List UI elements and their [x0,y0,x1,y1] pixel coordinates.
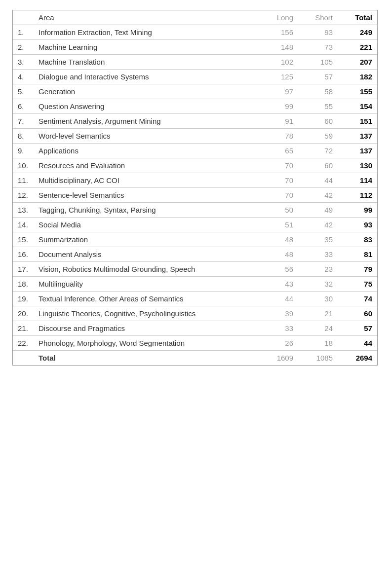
footer-long: 1609 [259,351,298,366]
footer-total: 2694 [338,351,377,366]
cell-num: 1. [13,25,34,40]
cell-num: 20. [13,306,34,321]
cell-area: Machine Translation [34,55,259,70]
cell-area: Information Extraction, Text Mining [34,25,259,40]
cell-total: 221 [338,40,377,55]
cell-short: 33 [298,247,338,262]
cell-total: 114 [338,173,377,188]
cell-long: 125 [259,70,298,84]
header-short: Short [298,10,338,25]
table-row: 13.Tagging, Chunking, Syntax, Parsing504… [13,203,377,218]
table-row: 20.Linguistic Theories, Cognitive, Psych… [13,306,377,321]
cell-long: 148 [259,40,298,55]
cell-total: 155 [338,84,377,99]
cell-num: 13. [13,203,34,218]
table-row: 16.Document Analysis483381 [13,247,377,262]
cell-short: 42 [298,218,338,232]
table-row: 11.Multidisciplinary, AC COI7044114 [13,173,377,188]
cell-short: 59 [298,129,338,144]
cell-short: 60 [298,158,338,173]
cell-num: 3. [13,55,34,70]
cell-num: 18. [13,277,34,292]
cell-total: 93 [338,218,377,232]
cell-area: Question Answering [34,99,259,114]
table-row: 2.Machine Learning14873221 [13,40,377,55]
cell-long: 70 [259,158,298,173]
cell-total: 60 [338,306,377,321]
cell-total: 83 [338,232,377,247]
table-row: 8.Word-level Semantics7859137 [13,129,377,144]
cell-long: 70 [259,188,298,203]
cell-total: 249 [338,25,377,40]
cell-num: 6. [13,99,34,114]
table-row: 7.Sentiment Analysis, Argument Mining916… [13,114,377,129]
cell-short: 32 [298,277,338,292]
cell-area: Vision, Robotics Multimodal Grounding, S… [34,262,259,277]
cell-total: 154 [338,99,377,114]
cell-long: 48 [259,247,298,262]
cell-short: 58 [298,84,338,99]
cell-area: Tagging, Chunking, Syntax, Parsing [34,203,259,218]
cell-total: 207 [338,55,377,70]
cell-short: 44 [298,173,338,188]
cell-total: 112 [338,188,377,203]
cell-long: 65 [259,144,298,158]
cell-num: 15. [13,232,34,247]
cell-long: 99 [259,99,298,114]
cell-num: 10. [13,158,34,173]
cell-area: Linguistic Theories, Cognitive, Psycholi… [34,306,259,321]
cell-area: Textual Inference, Other Areas of Semant… [34,292,259,306]
cell-area: Social Media [34,218,259,232]
cell-area: Discourse and Pragmatics [34,321,259,336]
cell-num: 9. [13,144,34,158]
cell-num: 2. [13,40,34,55]
cell-num: 17. [13,262,34,277]
cell-total: 99 [338,203,377,218]
cell-short: 105 [298,55,338,70]
cell-area: Dialogue and Interactive Systems [34,70,259,84]
main-table-wrapper: Area Long Short Total 1.Information Extr… [12,10,378,366]
cell-short: 49 [298,203,338,218]
table-row: 6.Question Answering9955154 [13,99,377,114]
footer-row: Total160910852694 [13,351,377,366]
cell-num: 21. [13,321,34,336]
cell-num: 14. [13,218,34,232]
table-row: 5.Generation9758155 [13,84,377,99]
table-row: 19.Textual Inference, Other Areas of Sem… [13,292,377,306]
footer-area: Total [34,351,259,366]
data-table: Area Long Short Total 1.Information Extr… [13,10,377,365]
table-row: 17.Vision, Robotics Multimodal Grounding… [13,262,377,277]
cell-area: Summarization [34,232,259,247]
cell-long: 39 [259,306,298,321]
cell-num: 16. [13,247,34,262]
cell-num: 22. [13,336,34,351]
table-row: 10.Resources and Evaluation7060130 [13,158,377,173]
cell-total: 137 [338,129,377,144]
cell-long: 33 [259,321,298,336]
header-row: Area Long Short Total [13,10,377,25]
cell-short: 23 [298,262,338,277]
cell-long: 97 [259,84,298,99]
cell-short: 57 [298,70,338,84]
cell-short: 18 [298,336,338,351]
cell-area: Sentence-level Semantics [34,188,259,203]
cell-num: 5. [13,84,34,99]
cell-area: Applications [34,144,259,158]
cell-area: Phonology, Morphology, Word Segmentation [34,336,259,351]
cell-area: Generation [34,84,259,99]
cell-short: 35 [298,232,338,247]
table-row: 3.Machine Translation102105207 [13,55,377,70]
footer-short: 1085 [298,351,338,366]
cell-area: Multilinguality [34,277,259,292]
cell-total: 130 [338,158,377,173]
cell-short: 21 [298,306,338,321]
cell-long: 48 [259,232,298,247]
table-row: 22.Phonology, Morphology, Word Segmentat… [13,336,377,351]
cell-short: 24 [298,321,338,336]
table-row: 21.Discourse and Pragmatics332457 [13,321,377,336]
cell-total: 75 [338,277,377,292]
cell-area: Resources and Evaluation [34,158,259,173]
cell-area: Document Analysis [34,247,259,262]
header-total: Total [338,10,377,25]
table-row: 12.Sentence-level Semantics7042112 [13,188,377,203]
